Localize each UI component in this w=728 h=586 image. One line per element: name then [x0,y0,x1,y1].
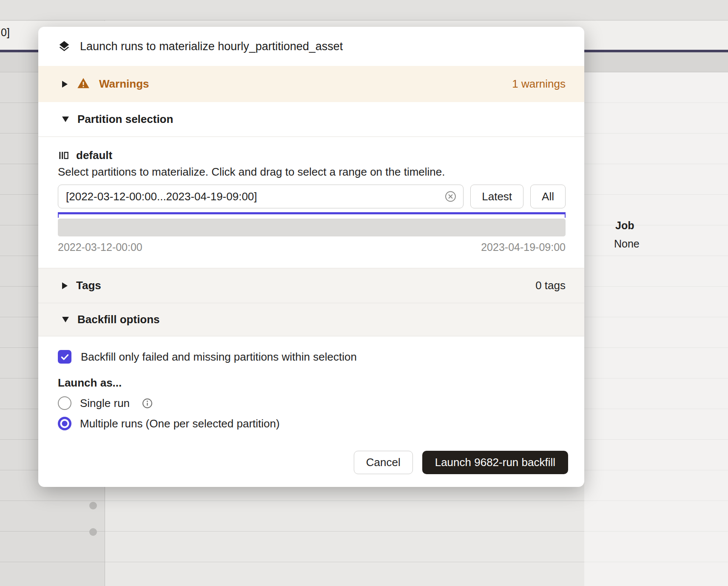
multiple-runs-label: Multiple runs (One per selected partitio… [80,417,280,430]
cancel-button[interactable]: Cancel [354,451,413,474]
chevron-down-icon [62,117,69,122]
partition-selection-toggle[interactable]: Partition selection [38,102,584,137]
partition-range-field [58,185,464,208]
warnings-section-toggle[interactable]: Warnings 1 warnings [38,66,584,102]
dialog-title: Launch runs to materialize hourly_partit… [80,40,343,53]
launch-backfill-dialog: Launch runs to materialize hourly_partit… [38,27,584,487]
all-button[interactable]: All [530,185,566,208]
launch-backfill-button[interactable]: Launch 9682-run backfill [422,451,568,474]
single-run-radio[interactable]: Single run [58,396,565,410]
partition-description: Select partitions to materialize. Click … [58,165,566,179]
single-run-label: Single run [80,397,130,410]
timeline-start-label: 2022-03-12-00:00 [58,241,142,253]
background-job-label: Job [615,219,634,232]
chevron-right-icon [62,282,68,289]
radio-unselected-icon [58,396,71,410]
timeline-selection-rule [58,212,566,218]
partition-selection-label: Partition selection [77,113,173,126]
radio-selected-icon [58,417,71,430]
backfill-options-body: Backfill only failed and missing partiti… [38,336,584,435]
partition-timeline[interactable] [58,219,566,236]
tags-section-toggle[interactable]: Tags 0 tags [38,268,584,303]
tags-count: 0 tags [535,279,566,292]
warnings-label: Warnings [99,77,149,91]
info-icon[interactable] [142,398,153,409]
latest-button[interactable]: Latest [470,185,523,208]
warnings-count: 1 warnings [512,77,566,91]
clear-input-icon[interactable] [444,191,457,203]
background-bullet-dot [89,528,97,536]
partition-selection-body: default Select partitions to materialize… [38,137,584,268]
background-top-bar [0,0,728,20]
partition-range-input[interactable] [58,185,464,208]
timeline-end-label: 2023-04-19-09:00 [481,241,566,253]
chevron-down-icon [62,317,69,322]
warning-triangle-icon [77,77,90,91]
multiple-runs-radio[interactable]: Multiple runs (One per selected partitio… [58,417,565,430]
checkbox-checked-icon [58,350,71,364]
backfill-only-failed-checkbox[interactable]: Backfill only failed and missing partiti… [58,350,565,364]
partition-set-name: default [76,149,112,162]
checkbox-label: Backfill only failed and missing partiti… [81,350,357,364]
background-bullet-dot [89,502,97,509]
materialize-layers-icon [58,40,71,53]
dialog-header: Launch runs to materialize hourly_partit… [38,27,584,66]
backfill-options-toggle[interactable]: Backfill options [38,303,584,336]
chevron-right-icon [62,81,68,88]
background-right-panel [584,72,728,586]
background-job-value: None [614,238,640,250]
backfill-options-label: Backfill options [77,313,160,326]
tags-label: Tags [76,279,101,292]
partition-set-icon [58,150,69,161]
background-text-fragment: 0] [1,26,10,39]
dialog-footer: Cancel Launch 9682-run backfill [38,438,584,487]
launch-as-label: Launch as... [58,376,565,390]
